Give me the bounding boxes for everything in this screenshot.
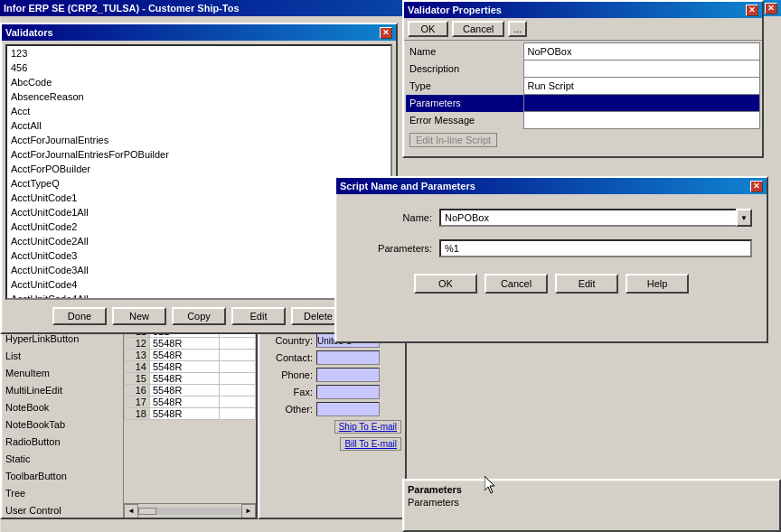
list-item[interactable]: NoteBookTab bbox=[2, 416, 123, 434]
validator-props-title: Validator Properties bbox=[408, 5, 746, 15]
vp-name-value[interactable]: NoPOBox bbox=[523, 43, 760, 61]
vp-content: Name NoPOBox Description Type Run Script… bbox=[404, 41, 762, 151]
list-item[interactable]: AcctUnitCode1 bbox=[7, 191, 390, 205]
script-params-input[interactable] bbox=[439, 239, 752, 257]
list-item[interactable]: AcctUnitCode1All bbox=[7, 205, 390, 219]
list-item[interactable]: AbcCode bbox=[7, 75, 390, 89]
list-item[interactable]: List bbox=[2, 348, 123, 365]
scroll-left-arrow[interactable]: ◄ bbox=[124, 504, 138, 518]
vp-type-value[interactable]: Run Script bbox=[523, 78, 760, 95]
table-row[interactable]: 155548R bbox=[125, 373, 256, 385]
ship-to-email-button[interactable]: Ship To E-mail bbox=[334, 420, 401, 434]
copy-button[interactable]: Copy bbox=[172, 307, 226, 325]
script-cancel-button[interactable]: Cancel bbox=[485, 274, 548, 294]
script-name-label: Name: bbox=[351, 212, 432, 223]
list-item[interactable]: AcctUnitCode4All bbox=[7, 292, 390, 300]
table-row[interactable]: 145548R bbox=[125, 361, 256, 373]
script-name-input[interactable] bbox=[439, 209, 736, 227]
script-controls[interactable]: ✕ bbox=[750, 181, 763, 192]
script-name-dialog: Script Name and Parameters ✕ Name: ▼ Par… bbox=[334, 176, 768, 343]
table-row[interactable]: 135548R bbox=[125, 350, 256, 361]
vp-params-value[interactable] bbox=[523, 95, 760, 112]
phone-input[interactable] bbox=[316, 368, 380, 382]
vp-params-label: Parameters bbox=[406, 95, 523, 112]
list-item[interactable]: Tree bbox=[2, 485, 123, 502]
list-item[interactable]: 456 bbox=[7, 61, 390, 75]
done-button[interactable]: Done bbox=[52, 307, 107, 325]
list-item[interactable]: ToolbarButton bbox=[2, 468, 123, 485]
validator-properties-window: Validator Properties ✕ OK Cancel ... Nam… bbox=[402, 0, 764, 158]
other-input[interactable] bbox=[316, 402, 380, 416]
scroll-thumb[interactable] bbox=[138, 508, 156, 515]
validators-title: Validators bbox=[5, 27, 380, 38]
validators-controls[interactable]: ✕ bbox=[380, 27, 392, 39]
table-row[interactable]: 125548R bbox=[125, 338, 256, 350]
new-button[interactable]: New bbox=[112, 307, 166, 325]
list-item[interactable]: AcctForPOBuilder bbox=[7, 162, 390, 176]
script-ok-button[interactable]: OK bbox=[414, 274, 477, 294]
list-item[interactable]: AcctUnitCode2 bbox=[7, 219, 390, 234]
list-item[interactable]: AcctTypeQ bbox=[7, 176, 390, 191]
vp-name-label: Name bbox=[406, 43, 523, 61]
parameters-panel: Parameters Parameters bbox=[402, 479, 781, 532]
list-item[interactable]: User Control bbox=[2, 502, 123, 518]
fax-row: Fax: bbox=[263, 384, 401, 400]
vp-error-value[interactable] bbox=[523, 112, 760, 129]
contact-input[interactable] bbox=[316, 350, 380, 365]
list-item[interactable]: Acct bbox=[7, 104, 390, 118]
widget-type-list: GroupBox HyperLinkButton List MenuItem M… bbox=[2, 313, 123, 518]
list-item[interactable]: AbsenceReason bbox=[7, 89, 390, 104]
horizontal-scrollbar[interactable]: ◄ ► bbox=[124, 503, 256, 518]
script-help-button[interactable]: Help bbox=[626, 274, 689, 294]
list-item[interactable]: AcctForJournalEntries bbox=[7, 133, 390, 147]
vp-type-label: Type bbox=[406, 78, 523, 95]
vp-close-btn[interactable]: ✕ bbox=[746, 5, 758, 16]
vp-error-label: Error Message bbox=[406, 112, 523, 129]
vp-desc-value[interactable] bbox=[523, 61, 760, 78]
scroll-right-arrow[interactable]: ► bbox=[241, 504, 256, 518]
widget-grid-container: GroupBox HyperLinkButton List MenuItem M… bbox=[2, 313, 256, 518]
ship-email-row: Ship To E-mail bbox=[263, 418, 401, 434]
list-item[interactable]: 123 bbox=[7, 46, 390, 61]
vp-error-row: Error Message bbox=[406, 112, 760, 129]
list-item[interactable]: AcctUnitCode2All bbox=[7, 234, 390, 248]
list-item[interactable]: AcctUnitCode3 bbox=[7, 248, 390, 263]
fax-input[interactable] bbox=[316, 385, 380, 399]
script-name-row: Name: ▼ bbox=[351, 209, 752, 227]
close-button[interactable]: ✕ bbox=[765, 3, 777, 14]
list-item[interactable]: AcctForJournalEntriesForPOBuilder bbox=[7, 147, 390, 162]
widget-panel: GroupBox HyperLinkButton List MenuItem M… bbox=[0, 312, 258, 519]
script-edit-button[interactable]: Edit bbox=[555, 274, 618, 294]
script-dialog-title: Script Name and Parameters bbox=[340, 181, 750, 191]
params-label: Parameters bbox=[408, 497, 776, 508]
list-item[interactable]: MultiLineEdit bbox=[2, 382, 123, 399]
script-name-combo[interactable]: ▼ bbox=[439, 209, 752, 227]
bill-to-email-button[interactable]: Bill To E-mail bbox=[340, 437, 401, 451]
vp-ok-button[interactable]: OK bbox=[408, 21, 448, 37]
script-close-btn[interactable]: ✕ bbox=[750, 181, 763, 192]
table-row[interactable]: 175548R bbox=[125, 397, 256, 408]
contact-row: Contact: bbox=[263, 350, 401, 366]
list-item[interactable]: NoteBook bbox=[2, 399, 123, 416]
validators-close-btn[interactable]: ✕ bbox=[380, 27, 392, 39]
combo-dropdown-arrow[interactable]: ▼ bbox=[736, 209, 752, 227]
fax-label: Fax: bbox=[263, 387, 313, 397]
table-row[interactable]: 165548R bbox=[125, 385, 256, 397]
vp-cancel-button[interactable]: Cancel bbox=[452, 21, 504, 37]
list-item[interactable]: AcctUnitCode4 bbox=[7, 277, 390, 292]
script-title-bar: Script Name and Parameters ✕ bbox=[336, 178, 767, 194]
edit-button[interactable]: Edit bbox=[231, 307, 286, 325]
list-item[interactable]: MenuItem bbox=[2, 365, 123, 382]
validators-list: 123 456 AbcCode AbsenceReason Acct AcctA… bbox=[7, 46, 390, 300]
scroll-track bbox=[138, 508, 241, 515]
list-item[interactable]: RadioButton bbox=[2, 434, 123, 451]
vp-more-btn[interactable]: ... bbox=[508, 21, 527, 37]
table-row[interactable]: 185548R bbox=[125, 408, 256, 420]
list-item[interactable]: AcctUnitCode3All bbox=[7, 263, 390, 277]
vp-toolbar: OK Cancel ... bbox=[404, 18, 762, 41]
list-item[interactable]: Static bbox=[2, 451, 123, 468]
vp-controls[interactable]: ✕ bbox=[746, 5, 758, 16]
bill-email-row: Bill To E-mail bbox=[263, 435, 401, 452]
edit-inline-script-button[interactable]: Edit In-line Script bbox=[409, 133, 497, 147]
list-item[interactable]: AcctAll bbox=[7, 118, 390, 133]
